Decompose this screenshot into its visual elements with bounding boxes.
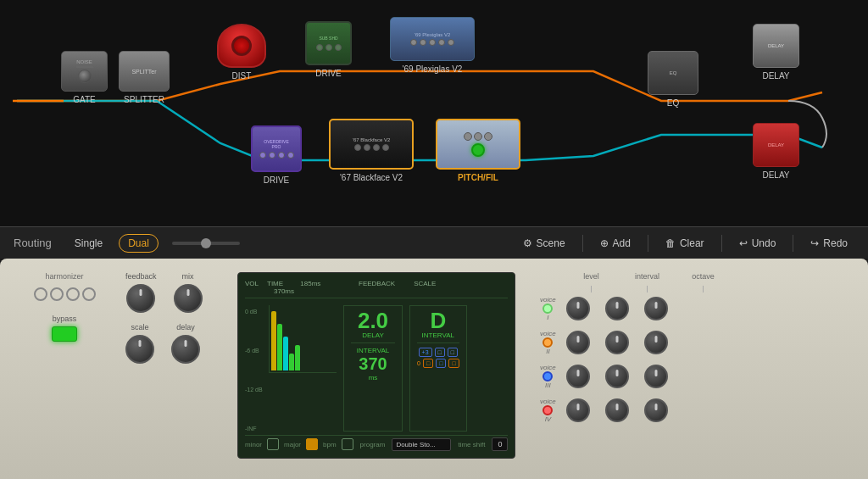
voice-II-indicator[interactable]	[542, 337, 553, 348]
feedback-value: 2.0	[358, 309, 388, 331]
toolbar: Routing Single Dual ⚙ Scene ⊕ Add 🗑 Clea…	[0, 226, 868, 259]
voice-IV-level-knob[interactable]	[566, 398, 590, 422]
mix-knob[interactable]	[174, 284, 203, 313]
scale-sub: INTERVAL	[422, 331, 454, 339]
voice-IV-num: voice	[540, 398, 556, 405]
pedal-dist[interactable]: DIST	[217, 24, 266, 81]
pedal-delay-bottom-label: DELAY	[762, 170, 789, 180]
feedback-knob[interactable]	[126, 284, 155, 313]
scale-label: scale	[131, 323, 148, 331]
mix-knob-group: mix	[174, 272, 203, 313]
time-shift-value[interactable]: 0	[492, 437, 508, 451]
redo-button[interactable]: ↪ Redo	[804, 235, 854, 252]
divider3	[721, 235, 722, 252]
voice-IV-interval-knob[interactable]	[605, 398, 629, 422]
interval-label: INTERVAL	[357, 347, 389, 354]
voice-column-headers: level interval octave	[563, 272, 731, 281]
voice-IV-knobs	[566, 398, 668, 422]
single-button[interactable]: Single	[65, 234, 112, 253]
voice-III-interval-knob[interactable]	[605, 365, 629, 388]
voice-I-label: voice I	[532, 296, 563, 321]
undo-button[interactable]: ↩ Undo	[732, 235, 783, 252]
voice-I-octave-knob[interactable]	[644, 297, 668, 320]
voice-IV-octave-knob[interactable]	[644, 398, 668, 422]
minor-label: minor	[245, 441, 262, 448]
pedal-plexiglas-label: '69 Plexiglas V2	[403, 64, 463, 74]
major-label: major	[284, 441, 301, 448]
harmonizer-title: harmonizer	[45, 272, 83, 281]
voice-III-octave-knob[interactable]	[644, 365, 668, 388]
voice-II-interval-knob[interactable]	[605, 331, 629, 354]
col-dividers	[563, 286, 731, 292]
minor-checkbox[interactable]	[267, 438, 279, 450]
bar-2	[277, 324, 282, 370]
scale-knob[interactable]	[125, 335, 154, 364]
voice-row-I: voice I	[532, 296, 731, 321]
bar-chart	[269, 305, 337, 373]
scale-display: D INTERVAL +3 □ □ 0 □ □ □	[409, 305, 467, 432]
voice-II-level-knob[interactable]	[566, 331, 590, 354]
feedback-sub: DELAY	[362, 331, 384, 339]
bpm-label: bpm	[323, 441, 337, 448]
pedal-gate[interactable]: NOISE GATE	[61, 51, 108, 104]
pedal-pitchfil-label: PITCH/FIL	[458, 173, 498, 182]
vol-axis: 0 dB -6 dB -12 dB -INF	[245, 305, 265, 432]
voice-II-knobs	[566, 331, 668, 354]
bypass-button[interactable]	[52, 326, 77, 342]
interval-header: interval	[619, 272, 675, 281]
add-button[interactable]: ⊕ Add	[593, 235, 637, 252]
voice-I-numeral: I	[547, 314, 548, 321]
voice-IV-indicator[interactable]	[542, 405, 553, 415]
feedback-label: feedback	[125, 272, 157, 281]
mix-label: mix	[182, 272, 194, 281]
pedal-drive-bottom[interactable]: OVERDRIVEPRO DRIVE	[251, 125, 302, 185]
delay-knob[interactable]	[171, 335, 200, 364]
voice-I-indicator[interactable]	[542, 304, 553, 314]
pedal-drive-top-label: DRIVE	[315, 69, 342, 78]
major-checkbox[interactable]	[306, 438, 318, 450]
divider2	[648, 235, 648, 252]
bar-5	[295, 345, 300, 370]
pedal-gate-label: GATE	[73, 95, 95, 104]
pedal-pitchfil[interactable]: PITCH/FIL	[436, 119, 520, 182]
redo-icon: ↪	[810, 237, 819, 249]
scene-button[interactable]: ⚙ Scene	[516, 235, 572, 252]
voice-I-interval-knob[interactable]	[605, 297, 629, 320]
time-header: TIME 185ms 370ms	[267, 280, 343, 295]
voice-II-num: voice	[540, 330, 556, 337]
voice-III-knobs	[566, 365, 668, 388]
pedal-blackface[interactable]: '67 Blackface V2 '67 Blackface V2	[329, 119, 414, 182]
bpm-checkbox[interactable]	[342, 438, 353, 450]
voice-II-octave-knob[interactable]	[644, 331, 668, 354]
voice-II-numeral: II	[546, 348, 549, 355]
voice-III-indicator[interactable]	[542, 371, 553, 382]
pedal-splitter[interactable]: SPLITTer SPLITTER	[119, 51, 170, 104]
routing-slider[interactable]	[172, 242, 240, 245]
dual-button[interactable]: Dual	[119, 234, 159, 253]
pedal-delay-top[interactable]: DELAY DELAY	[753, 24, 799, 81]
bottom-knobs-row: scale delay	[125, 323, 227, 364]
tag-row-2: 0 □ □ □	[417, 359, 459, 368]
pedal-eq[interactable]: EQ EQ	[648, 51, 698, 108]
delay-value: 370	[359, 354, 387, 374]
octave-header: octave	[675, 272, 731, 281]
harmonizer-display: VOL TIME 185ms 370ms FEEDBACK SCALE 0 dB…	[237, 272, 515, 459]
program-select[interactable]: Double Sto...	[392, 438, 451, 451]
pedal-splitter-label: SPLITTER	[124, 95, 164, 104]
pedal-delay-bottom[interactable]: DELAY DELAY	[753, 123, 799, 180]
tag-row-1: +3 □ □	[419, 348, 458, 357]
voice-III-level-knob[interactable]	[566, 365, 590, 388]
clear-button[interactable]: 🗑 Clear	[659, 235, 711, 252]
divider1	[582, 235, 583, 252]
voice-IV-numeral: IV	[545, 415, 552, 423]
pedal-drive-top[interactable]: SUB SHD DRIVE	[305, 21, 352, 78]
feedback-display: 2.0 DELAY INTERVAL 370 ms	[343, 305, 403, 432]
program-label: program	[360, 441, 386, 448]
delay-unit: ms	[369, 374, 378, 382]
voice-panel: level interval octave voice I	[532, 272, 731, 465]
signal-chain-section: NOISE GATE SPLITTer SPLITTER DIST SUB SH…	[0, 0, 868, 259]
voice-row-IV: voice IV	[532, 398, 731, 423]
pedal-plexiglas[interactable]: '69 Plexiglas V2 '69 Plexiglas V2	[390, 17, 475, 74]
voice-I-level-knob[interactable]	[566, 297, 590, 320]
time-shift-label: time shift	[458, 441, 485, 448]
